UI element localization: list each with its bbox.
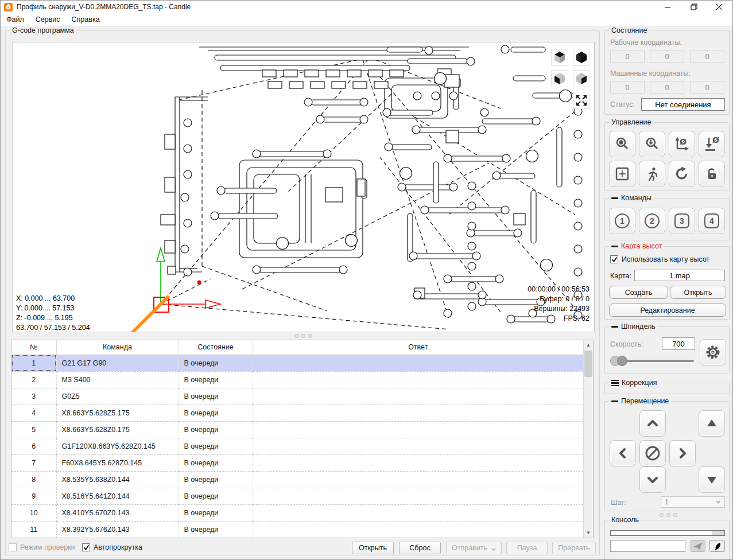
table-cell-cmd[interactable]: X8.663Y5.628Z0.175 — [56, 421, 179, 438]
open-heightmap-button[interactable]: Открыть — [670, 286, 726, 299]
table-cell-cmd[interactable]: M3 S400 — [56, 371, 179, 388]
scroll-up-icon[interactable]: ▲ — [584, 340, 593, 350]
probe-z-button[interactable] — [639, 131, 665, 157]
machine-z-field[interactable]: 0 — [690, 81, 724, 94]
collapse-icon[interactable] — [611, 246, 618, 247]
collapse-icon[interactable] — [611, 400, 618, 402]
pause-button[interactable]: Пауза — [506, 542, 548, 554]
user-command-2-button[interactable]: 2 — [639, 208, 665, 234]
table-cell-rs[interactable] — [253, 521, 583, 538]
table-cell-rs[interactable] — [253, 438, 583, 454]
table-cell-st[interactable]: В очереди — [179, 355, 253, 371]
table-cell-st[interactable]: В очереди — [179, 521, 253, 538]
jog-stop-button[interactable] — [639, 440, 666, 466]
work-z-field[interactable]: 0 — [690, 50, 724, 63]
table-row[interactable]: 5X8.663Y5.628Z0.175В очереди — [11, 421, 583, 438]
table-cell-st[interactable]: В очереди — [179, 388, 253, 405]
table-cell-rs[interactable] — [253, 454, 583, 471]
table-cell-st[interactable]: В очереди — [179, 488, 253, 504]
create-heightmap-button[interactable]: Создать — [609, 286, 668, 299]
table-cell-rs[interactable] — [253, 488, 583, 504]
speed-slider-handle2[interactable] — [617, 356, 627, 366]
speed-field[interactable]: 700 — [662, 337, 695, 350]
table-cell-num[interactable]: 5 — [11, 421, 56, 438]
table-cell-st[interactable]: В очереди — [179, 454, 253, 471]
menu-bars-icon[interactable] — [611, 380, 619, 386]
jog-x-minus-button[interactable] — [610, 440, 636, 466]
table-row[interactable]: 2M3 S400В очереди — [11, 371, 583, 388]
table-cell-num[interactable]: 6 — [11, 438, 56, 454]
table-cell-st[interactable]: В очереди — [179, 471, 253, 488]
table-cell-cmd[interactable]: X8.410Y5.670Z0.143 — [56, 504, 179, 521]
use-heightmap-checkbox[interactable]: Использовать карту высот — [610, 255, 709, 263]
table-cell-rs[interactable] — [253, 371, 583, 388]
scroll-down-icon[interactable]: ▼ — [584, 528, 593, 538]
col-number[interactable]: № — [11, 340, 56, 355]
table-cell-num[interactable]: 8 — [11, 471, 56, 488]
view-left-button[interactable] — [573, 70, 590, 87]
edit-heightmap-button[interactable]: Редактирование — [609, 304, 726, 317]
work-y-field[interactable]: 0 — [650, 50, 684, 63]
table-row[interactable]: 7F60X8.645Y5.628Z0.145В очереди — [11, 454, 583, 471]
zero-z-button[interactable]: Ø — [699, 131, 725, 157]
console-output[interactable] — [610, 530, 725, 536]
machine-y-field[interactable]: 0 — [650, 81, 684, 94]
restore-button[interactable] — [681, 1, 707, 13]
table-cell-st[interactable]: В очереди — [179, 504, 253, 521]
close-button[interactable] — [707, 1, 732, 13]
step-combobox[interactable]: 1 — [661, 496, 725, 508]
jog-z-plus-button[interactable] — [699, 410, 725, 437]
table-cell-num[interactable]: 7 — [11, 454, 56, 471]
table-cell-num[interactable]: 1 — [11, 355, 56, 371]
jog-y-plus-button[interactable] — [639, 410, 666, 437]
menu-file[interactable]: Файл — [1, 14, 30, 25]
table-cell-rs[interactable] — [253, 471, 583, 488]
table-row[interactable]: 8X8.535Y5.638Z0.144В очереди — [11, 471, 583, 488]
jog-z-minus-button[interactable] — [699, 466, 725, 493]
table-row[interactable]: 10X8.410Y5.670Z0.143В очереди — [11, 504, 583, 521]
work-x-field[interactable]: 0 — [610, 50, 645, 63]
table-row[interactable]: 6G1F120X8.663Y5.628Z0.145В очереди — [11, 438, 583, 454]
console-scrollbar[interactable] — [712, 531, 724, 535]
minimize-button[interactable] — [655, 1, 681, 13]
table-cell-num[interactable]: 3 — [11, 388, 56, 405]
table-row[interactable]: 9X8.516Y5.641Z0.144В очереди — [11, 488, 583, 504]
table-cell-cmd[interactable]: G0Z5 — [56, 388, 179, 405]
splitter-handle[interactable] — [294, 334, 312, 338]
user-command-1-button[interactable]: 1 — [609, 208, 635, 234]
table-cell-cmd[interactable]: X8.535Y5.638Z0.144 — [56, 471, 179, 488]
reset-table-button[interactable]: Сброс — [399, 542, 441, 554]
menu-service[interactable]: Сервис — [30, 14, 66, 25]
table-cell-cmd[interactable]: F60X8.645Y5.628Z0.145 — [56, 454, 179, 471]
table-cell-num[interactable]: 4 — [11, 405, 56, 421]
table-cell-rs[interactable] — [253, 388, 583, 405]
table-cell-num[interactable]: 2 — [11, 371, 56, 388]
table-cell-st[interactable]: В очереди — [179, 421, 253, 438]
restore-origin-button[interactable] — [609, 161, 635, 187]
menu-help[interactable]: Справка — [66, 14, 106, 25]
table-row[interactable]: 3G0Z5В очереди — [11, 388, 583, 405]
table-cell-rs[interactable] — [253, 405, 583, 421]
table-cell-num[interactable]: 9 — [11, 488, 56, 504]
use-heightmap-box[interactable] — [610, 255, 618, 263]
safe-position-button[interactable] — [639, 161, 665, 187]
home-search-button[interactable] — [609, 131, 635, 157]
check-mode-checkbox[interactable]: Режим проверки — [9, 543, 75, 551]
open-file-button[interactable]: Открыть — [352, 542, 394, 554]
machine-x-field[interactable]: 0 — [610, 81, 645, 94]
console-send-button[interactable] — [691, 540, 705, 552]
view-isometric-button[interactable] — [573, 49, 590, 66]
user-command-3-button[interactable]: 3 — [669, 208, 695, 234]
console-input[interactable] — [610, 540, 685, 552]
zero-xy-button[interactable]: Ø — [669, 131, 695, 157]
table-cell-cmd[interactable]: G1F120X8.663Y5.628Z0.145 — [56, 438, 179, 454]
table-cell-cmd[interactable]: X8.392Y5.676Z0.143 — [56, 521, 179, 538]
reset-button[interactable] — [669, 161, 695, 187]
table-cell-cmd[interactable]: G21 G17 G90 — [56, 355, 179, 371]
abort-button[interactable]: Прервать — [552, 542, 596, 554]
scrollbar-thumb[interactable] — [584, 351, 592, 377]
panel-splitter-handle[interactable] — [660, 513, 677, 517]
autoscroll-checkbox[interactable]: Автопрокрутка — [82, 543, 142, 551]
send-program-button[interactable]: Отправить — [446, 542, 502, 554]
view-front-button[interactable] — [551, 70, 568, 87]
